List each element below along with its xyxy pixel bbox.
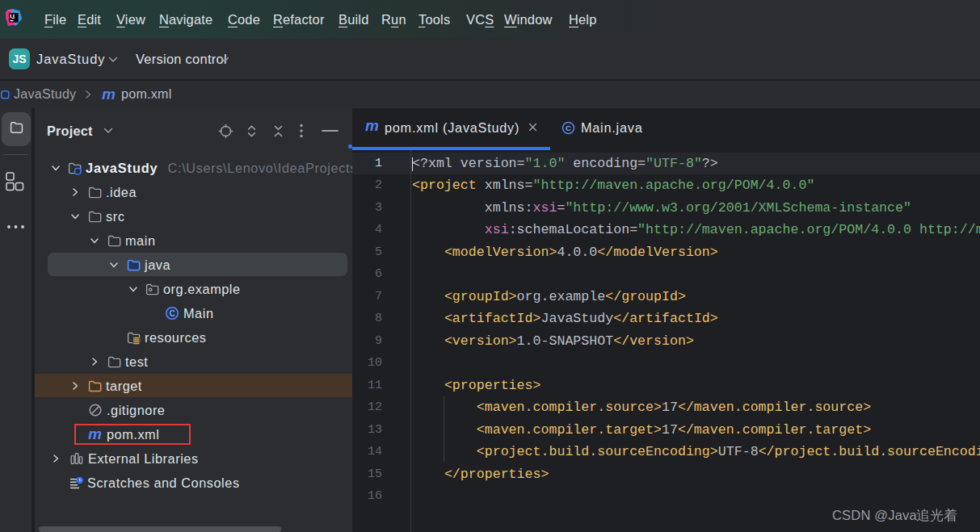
svg-text:C: C: [169, 309, 175, 318]
svg-text:C: C: [566, 124, 571, 132]
